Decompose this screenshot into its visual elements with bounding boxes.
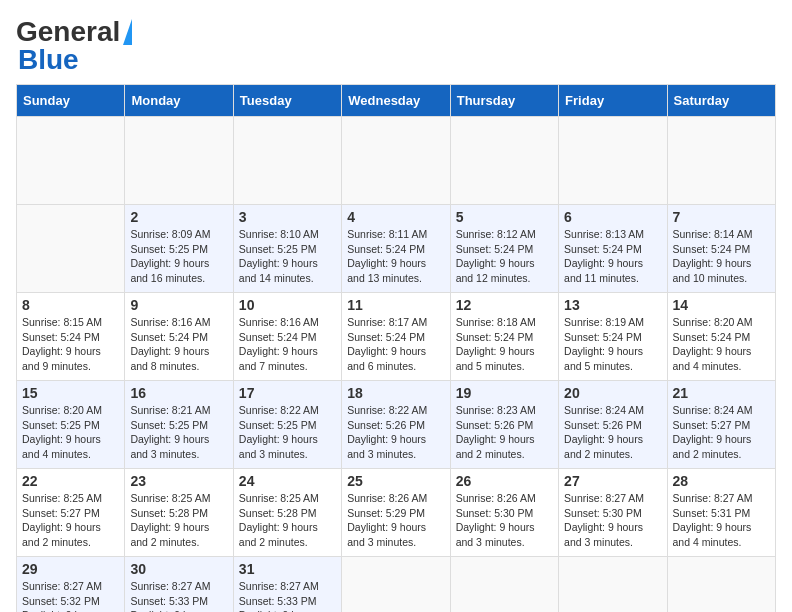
day-number: 24	[239, 473, 336, 489]
calendar-header-row: SundayMondayTuesdayWednesdayThursdayFrid…	[17, 85, 776, 117]
calendar-cell: 22Sunrise: 8:25 AMSunset: 5:27 PMDayligh…	[17, 469, 125, 557]
day-info: Sunrise: 8:09 AMSunset: 5:25 PMDaylight:…	[130, 227, 227, 286]
calendar-cell: 17Sunrise: 8:22 AMSunset: 5:25 PMDayligh…	[233, 381, 341, 469]
day-number: 16	[130, 385, 227, 401]
day-info: Sunrise: 8:26 AMSunset: 5:29 PMDaylight:…	[347, 491, 444, 550]
day-info: Sunrise: 8:25 AMSunset: 5:27 PMDaylight:…	[22, 491, 119, 550]
calendar-cell: 15Sunrise: 8:20 AMSunset: 5:25 PMDayligh…	[17, 381, 125, 469]
day-info: Sunrise: 8:15 AMSunset: 5:24 PMDaylight:…	[22, 315, 119, 374]
day-info: Sunrise: 8:26 AMSunset: 5:30 PMDaylight:…	[456, 491, 553, 550]
day-number: 2	[130, 209, 227, 225]
calendar-week-row: 29Sunrise: 8:27 AMSunset: 5:32 PMDayligh…	[17, 557, 776, 613]
day-info: Sunrise: 8:22 AMSunset: 5:26 PMDaylight:…	[347, 403, 444, 462]
calendar-cell: 10Sunrise: 8:16 AMSunset: 5:24 PMDayligh…	[233, 293, 341, 381]
day-info: Sunrise: 8:18 AMSunset: 5:24 PMDaylight:…	[456, 315, 553, 374]
calendar-cell: 23Sunrise: 8:25 AMSunset: 5:28 PMDayligh…	[125, 469, 233, 557]
calendar-cell	[450, 117, 558, 205]
column-header-friday: Friday	[559, 85, 667, 117]
day-info: Sunrise: 8:21 AMSunset: 5:25 PMDaylight:…	[130, 403, 227, 462]
day-number: 31	[239, 561, 336, 577]
calendar-cell	[342, 117, 450, 205]
calendar-cell: 4Sunrise: 8:11 AMSunset: 5:24 PMDaylight…	[342, 205, 450, 293]
calendar-table: SundayMondayTuesdayWednesdayThursdayFrid…	[16, 84, 776, 612]
day-info: Sunrise: 8:22 AMSunset: 5:25 PMDaylight:…	[239, 403, 336, 462]
day-info: Sunrise: 8:25 AMSunset: 5:28 PMDaylight:…	[130, 491, 227, 550]
day-number: 9	[130, 297, 227, 313]
calendar-cell: 3Sunrise: 8:10 AMSunset: 5:25 PMDaylight…	[233, 205, 341, 293]
day-info: Sunrise: 8:12 AMSunset: 5:24 PMDaylight:…	[456, 227, 553, 286]
day-number: 28	[673, 473, 770, 489]
calendar-cell: 7Sunrise: 8:14 AMSunset: 5:24 PMDaylight…	[667, 205, 775, 293]
day-number: 4	[347, 209, 444, 225]
day-number: 12	[456, 297, 553, 313]
day-number: 29	[22, 561, 119, 577]
day-number: 19	[456, 385, 553, 401]
page-header: General Blue	[16, 16, 776, 76]
day-info: Sunrise: 8:20 AMSunset: 5:24 PMDaylight:…	[673, 315, 770, 374]
day-info: Sunrise: 8:16 AMSunset: 5:24 PMDaylight:…	[239, 315, 336, 374]
calendar-cell: 29Sunrise: 8:27 AMSunset: 5:32 PMDayligh…	[17, 557, 125, 613]
day-info: Sunrise: 8:14 AMSunset: 5:24 PMDaylight:…	[673, 227, 770, 286]
day-number: 18	[347, 385, 444, 401]
day-number: 25	[347, 473, 444, 489]
day-number: 5	[456, 209, 553, 225]
column-header-tuesday: Tuesday	[233, 85, 341, 117]
logo-blue: Blue	[18, 44, 79, 76]
calendar-cell: 27Sunrise: 8:27 AMSunset: 5:30 PMDayligh…	[559, 469, 667, 557]
day-info: Sunrise: 8:27 AMSunset: 5:31 PMDaylight:…	[673, 491, 770, 550]
calendar-cell	[667, 117, 775, 205]
day-number: 15	[22, 385, 119, 401]
day-number: 7	[673, 209, 770, 225]
day-info: Sunrise: 8:11 AMSunset: 5:24 PMDaylight:…	[347, 227, 444, 286]
day-number: 20	[564, 385, 661, 401]
day-info: Sunrise: 8:27 AMSunset: 5:30 PMDaylight:…	[564, 491, 661, 550]
calendar-cell	[233, 117, 341, 205]
day-info: Sunrise: 8:27 AMSunset: 5:33 PMDaylight:…	[239, 579, 336, 612]
day-number: 14	[673, 297, 770, 313]
calendar-cell: 28Sunrise: 8:27 AMSunset: 5:31 PMDayligh…	[667, 469, 775, 557]
calendar-cell: 30Sunrise: 8:27 AMSunset: 5:33 PMDayligh…	[125, 557, 233, 613]
calendar-cell: 26Sunrise: 8:26 AMSunset: 5:30 PMDayligh…	[450, 469, 558, 557]
day-number: 21	[673, 385, 770, 401]
day-info: Sunrise: 8:24 AMSunset: 5:27 PMDaylight:…	[673, 403, 770, 462]
calendar-cell: 5Sunrise: 8:12 AMSunset: 5:24 PMDaylight…	[450, 205, 558, 293]
calendar-cell: 8Sunrise: 8:15 AMSunset: 5:24 PMDaylight…	[17, 293, 125, 381]
column-header-saturday: Saturday	[667, 85, 775, 117]
logo: General Blue	[16, 16, 132, 76]
column-header-monday: Monday	[125, 85, 233, 117]
calendar-cell	[17, 117, 125, 205]
calendar-cell: 24Sunrise: 8:25 AMSunset: 5:28 PMDayligh…	[233, 469, 341, 557]
calendar-cell: 11Sunrise: 8:17 AMSunset: 5:24 PMDayligh…	[342, 293, 450, 381]
column-header-sunday: Sunday	[17, 85, 125, 117]
calendar-cell	[667, 557, 775, 613]
calendar-cell: 14Sunrise: 8:20 AMSunset: 5:24 PMDayligh…	[667, 293, 775, 381]
day-info: Sunrise: 8:25 AMSunset: 5:28 PMDaylight:…	[239, 491, 336, 550]
day-number: 10	[239, 297, 336, 313]
calendar-week-row: 22Sunrise: 8:25 AMSunset: 5:27 PMDayligh…	[17, 469, 776, 557]
day-number: 17	[239, 385, 336, 401]
day-info: Sunrise: 8:19 AMSunset: 5:24 PMDaylight:…	[564, 315, 661, 374]
column-header-thursday: Thursday	[450, 85, 558, 117]
day-number: 8	[22, 297, 119, 313]
day-number: 26	[456, 473, 553, 489]
day-number: 13	[564, 297, 661, 313]
day-info: Sunrise: 8:16 AMSunset: 5:24 PMDaylight:…	[130, 315, 227, 374]
calendar-cell: 18Sunrise: 8:22 AMSunset: 5:26 PMDayligh…	[342, 381, 450, 469]
calendar-cell: 25Sunrise: 8:26 AMSunset: 5:29 PMDayligh…	[342, 469, 450, 557]
calendar-cell: 13Sunrise: 8:19 AMSunset: 5:24 PMDayligh…	[559, 293, 667, 381]
day-info: Sunrise: 8:17 AMSunset: 5:24 PMDaylight:…	[347, 315, 444, 374]
day-number: 6	[564, 209, 661, 225]
calendar-cell	[125, 117, 233, 205]
calendar-week-row: 15Sunrise: 8:20 AMSunset: 5:25 PMDayligh…	[17, 381, 776, 469]
day-number: 11	[347, 297, 444, 313]
day-info: Sunrise: 8:20 AMSunset: 5:25 PMDaylight:…	[22, 403, 119, 462]
calendar-cell: 19Sunrise: 8:23 AMSunset: 5:26 PMDayligh…	[450, 381, 558, 469]
calendar-cell: 9Sunrise: 8:16 AMSunset: 5:24 PMDaylight…	[125, 293, 233, 381]
calendar-cell	[342, 557, 450, 613]
calendar-cell: 21Sunrise: 8:24 AMSunset: 5:27 PMDayligh…	[667, 381, 775, 469]
day-info: Sunrise: 8:13 AMSunset: 5:24 PMDaylight:…	[564, 227, 661, 286]
logo-triangle-icon	[123, 19, 132, 45]
calendar-cell: 2Sunrise: 8:09 AMSunset: 5:25 PMDaylight…	[125, 205, 233, 293]
calendar-week-row: 8Sunrise: 8:15 AMSunset: 5:24 PMDaylight…	[17, 293, 776, 381]
day-info: Sunrise: 8:27 AMSunset: 5:32 PMDaylight:…	[22, 579, 119, 612]
